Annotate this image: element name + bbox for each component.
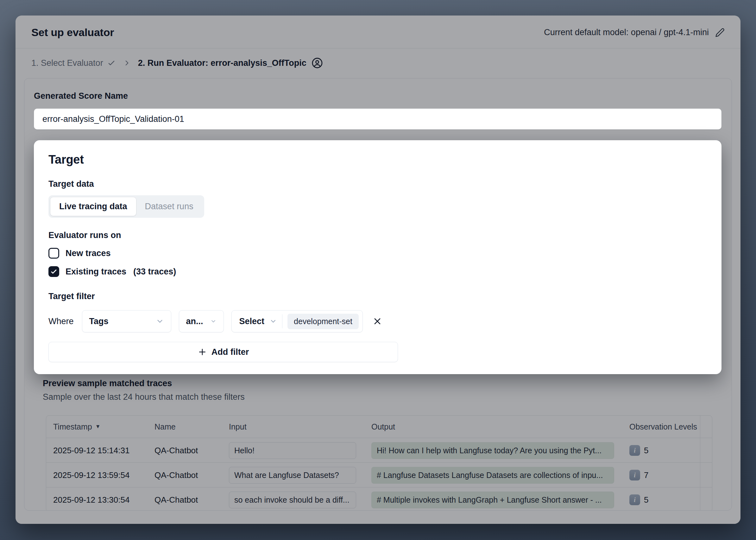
score-name-label: Generated Score Name: [34, 91, 722, 101]
edit-model-button[interactable]: [715, 28, 725, 37]
filter-column-select[interactable]: Tags: [82, 310, 171, 333]
checkbox-unchecked-icon: [49, 248, 59, 259]
table-gutter: [700, 416, 712, 438]
filter-builder-row: Where Tags an... Select: [49, 310, 707, 333]
chevron-right-icon: [123, 59, 131, 67]
target-data-label: Target data: [49, 179, 707, 189]
target-card: Target Target data Live tracing data Dat…: [34, 140, 721, 374]
trace-count: (33 traces): [133, 267, 176, 277]
remove-filter-button[interactable]: [372, 316, 382, 326]
target-title: Target: [49, 153, 707, 167]
chevron-down-icon: [156, 317, 164, 326]
cell-name: QA-Chatbot: [148, 446, 222, 456]
column-header-output[interactable]: Output: [365, 422, 622, 431]
column-header-name[interactable]: Name: [148, 422, 222, 431]
cell-output: Hi! How can I help with Langfuse today? …: [372, 442, 614, 459]
matched-traces-table: Timestamp ▼ Name Input Output Observatio…: [46, 415, 712, 510]
checkbox-existing-traces[interactable]: Existing traces (33 traces): [49, 266, 707, 277]
chevron-down-icon: [269, 318, 277, 325]
cell-name: QA-Chatbot: [148, 471, 222, 480]
column-header-timestamp[interactable]: Timestamp ▼: [46, 422, 148, 431]
filter-value-select[interactable]: Select development-set: [231, 310, 363, 333]
checkbox-checked-icon: [49, 266, 59, 277]
divider: [282, 314, 282, 328]
tab-live-tracing-data[interactable]: Live tracing data: [50, 197, 136, 216]
dialog-title: Set up evaluator: [31, 26, 114, 39]
filter-value-chip: development-set: [287, 314, 359, 329]
chevron-down-icon: [210, 318, 217, 325]
x-icon: [372, 316, 382, 326]
check-icon: [107, 59, 116, 68]
table-row[interactable]: 2025-09-12 13:59:54 QA-Chatbot What are …: [46, 463, 712, 487]
table-header-row: Timestamp ▼ Name Input Output Observatio…: [46, 416, 712, 438]
add-filter-button[interactable]: Add filter: [49, 342, 398, 362]
preview-section: Preview sample matched traces Sample ove…: [34, 379, 722, 510]
table-gutter: [700, 463, 712, 487]
preview-subtitle: Sample over the last 24 hours that match…: [43, 392, 722, 402]
checkbox-new-traces[interactable]: New traces: [49, 248, 707, 259]
breadcrumb-step-select-evaluator[interactable]: 1. Select Evaluator: [31, 58, 116, 68]
cell-observation-levels: i 7: [622, 470, 700, 480]
breadcrumb-step-run-evaluator: 2. Run Evaluator: error-analysis_OffTopi…: [138, 57, 323, 69]
sort-desc-triangle-icon: ▼: [95, 424, 101, 430]
evaluator-runs-on-label: Evaluator runs on: [49, 230, 707, 240]
default-model-label: Current default model: openai / gpt-4.1-…: [544, 28, 709, 37]
where-label: Where: [49, 317, 74, 326]
run-evaluator-panel: Generated Score Name Target Target data …: [24, 78, 732, 510]
cell-output: # Multiple invokes with LangGraph + Lang…: [372, 491, 614, 508]
step1-label: 1. Select Evaluator: [31, 58, 103, 68]
tab-dataset-runs[interactable]: Dataset runs: [136, 197, 202, 216]
cell-observation-levels: i 5: [622, 494, 700, 505]
circle-user-icon: [312, 57, 323, 69]
preview-title: Preview sample matched traces: [43, 379, 722, 388]
cell-timestamp: 2025-09-12 13:59:54: [46, 471, 148, 480]
table-row[interactable]: 2025-09-12 13:30:54 QA-Chatbot so each i…: [46, 487, 712, 510]
score-name-input[interactable]: [34, 109, 721, 129]
plus-icon: [198, 347, 207, 357]
info-badge-icon: i: [629, 445, 640, 456]
setup-evaluator-dialog: Set up evaluator Current default model: …: [16, 16, 740, 524]
cell-timestamp: 2025-09-12 15:14:31: [46, 446, 148, 456]
cell-input: Hello!: [229, 442, 356, 459]
pencil-icon: [715, 28, 725, 37]
step2-label: 2. Run Evaluator: error-analysis_OffTopi…: [138, 58, 306, 68]
cell-name: QA-Chatbot: [148, 495, 222, 505]
dialog-header: Set up evaluator Current default model: …: [16, 16, 740, 49]
table-gutter: [700, 487, 712, 510]
cell-input: so each invoke should be a diff...: [229, 491, 356, 508]
table-row[interactable]: 2025-09-12 15:14:31 QA-Chatbot Hello! Hi…: [46, 438, 712, 463]
cell-input: What are Langfuse Datasets?: [229, 467, 356, 484]
column-header-input[interactable]: Input: [222, 422, 365, 431]
column-header-observation-levels[interactable]: Observation Levels: [622, 422, 700, 431]
target-filter-label: Target filter: [49, 292, 707, 301]
cell-timestamp: 2025-09-12 13:30:54: [46, 495, 148, 505]
filter-operator-select[interactable]: an...: [179, 310, 224, 333]
info-badge-icon: i: [629, 470, 640, 480]
target-data-toggle: Live tracing data Dataset runs: [49, 195, 204, 218]
cell-output: # Langfuse Datasets Langfuse Datasets ar…: [372, 467, 614, 484]
info-badge-icon: i: [629, 494, 640, 505]
cell-observation-levels: i 5: [622, 445, 700, 456]
breadcrumb: 1. Select Evaluator 2. Run Evaluator: er…: [16, 49, 740, 76]
table-gutter: [700, 438, 712, 463]
